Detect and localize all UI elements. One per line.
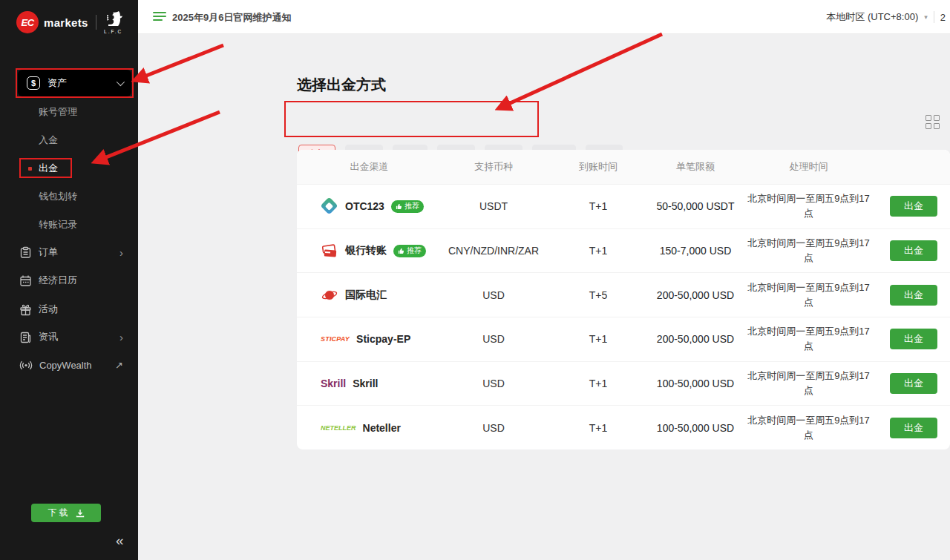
download-icon: [76, 509, 85, 518]
channel-cell: NETELLER Neteller: [297, 422, 442, 434]
withdraw-button[interactable]: 出金: [890, 240, 937, 261]
logo-divider: [96, 15, 96, 30]
sidebar-item-withdraw[interactable]: 出金: [39, 161, 58, 176]
channel-name: OTC123: [345, 200, 384, 212]
dollar-icon: $: [27, 76, 40, 90]
sidebar-item-orders[interactable]: 订单 ›: [19, 243, 123, 261]
withdraw-button[interactable]: 出金: [890, 373, 937, 394]
collapse-sidebar-icon[interactable]: «: [116, 533, 124, 549]
recommended-badge: 推荐: [393, 245, 426, 257]
otc123-logo-icon: [321, 197, 338, 215]
withdraw-button[interactable]: 出金: [890, 285, 937, 306]
recommended-badge: 推荐: [391, 200, 424, 213]
withdraw-button[interactable]: 出金: [890, 196, 937, 217]
currency-cell: USDT: [442, 200, 546, 212]
chevron-right-icon: ›: [119, 246, 123, 259]
currency-cell: USD: [442, 422, 546, 434]
sidebar-item-deposit[interactable]: 入金: [39, 133, 58, 148]
sidebar-withdraw-label: 出金: [39, 162, 58, 175]
sidebar-item-news[interactable]: 资讯 ›: [19, 328, 123, 346]
limit-cell: 50-50,000 USDT: [651, 200, 740, 212]
processing-cell: 北京时间周一至周五9点到17点: [745, 280, 873, 310]
broadcast-icon: [19, 359, 33, 372]
limit-cell: 100-50,000 USD: [651, 378, 740, 389]
header-currency: 支持币种: [442, 160, 546, 174]
brand-markets-text: markets: [44, 16, 88, 29]
header-arrival: 到账时间: [546, 160, 651, 174]
sidebar-item-activities[interactable]: 活动: [19, 300, 123, 318]
header-processing: 处理时间: [740, 160, 877, 174]
sidebar-assets-label: 资产: [48, 76, 67, 90]
neteller-logo: NETELLER: [321, 424, 356, 432]
limit-cell: 200-50,000 USD: [651, 289, 740, 301]
arrival-cell: T+1: [546, 378, 651, 389]
activities-label: 活动: [39, 303, 58, 316]
news-icon: [19, 331, 32, 343]
gift-icon: [19, 303, 32, 316]
processing-cell: 北京时间周一至周五9点到17点: [745, 413, 873, 443]
table-header-row: 出金渠道 支持币种 到账时间 单笔限额 处理时间: [297, 150, 950, 184]
channel-cell: OTC123 推荐: [297, 197, 442, 215]
sidebar-item-transfer-records[interactable]: 转账记录: [39, 217, 77, 232]
thumbs-up-icon: [396, 203, 402, 210]
currency-cell: USD: [442, 378, 546, 389]
clipboard-icon: [19, 246, 32, 259]
chevron-right-icon: ›: [119, 331, 123, 343]
wire-transfer-globe-icon: [321, 286, 338, 304]
download-label: 下载: [48, 507, 71, 519]
ec-markets-logo-icon: EC: [16, 11, 39, 33]
main-content: 选择出金方式 全部 CNY INR NZD USD USDT ZAR 出金渠道 …: [138, 34, 950, 560]
arrival-cell: T+1: [546, 245, 651, 257]
arrival-cell: T+1: [546, 333, 651, 345]
sticpay-logo: STICPAY: [321, 335, 350, 343]
limit-cell: 100-50,000 USD: [651, 422, 740, 434]
table-row: NETELLER Neteller USD T+1 100-50,000 USD…: [297, 405, 950, 449]
sidebar-item-wallet-transfer[interactable]: 钱包划转: [39, 189, 77, 204]
table-row: 银行转账 推荐 CNY/NZD/INR/ZAR T+1 150-7,000 US…: [297, 228, 950, 273]
thumbs-up-icon: [398, 248, 404, 254]
bank-transfer-logo-icon: [321, 242, 338, 260]
processing-cell: 北京时间周一至周五9点到17点: [745, 236, 873, 266]
timezone-selector[interactable]: 本地时区 (UTC+8:00): [826, 10, 918, 24]
channel-cell: STICPAY Sticpay-EP: [297, 333, 442, 345]
sidebar-item-economic-calendar[interactable]: 经济日历: [19, 271, 123, 289]
withdraw-methods-table: 出金渠道 支持币种 到账时间 单笔限额 处理时间 OTC123 推荐 USDT: [297, 150, 950, 449]
sidebar-item-assets[interactable]: $ 资产: [18, 70, 131, 96]
channel-cell: Skrill Skrill: [297, 378, 442, 389]
brand-logo: EC markets L.F.C: [16, 10, 123, 34]
channel-name: Skrill: [353, 378, 378, 389]
processing-cell: 北京时间周一至周五9点到17点: [745, 324, 873, 354]
withdraw-page: EC markets L.F.C $ 资产 账号管理 入金 出金 钱包划转 转账…: [0, 0, 950, 560]
withdraw-button[interactable]: 出金: [890, 418, 937, 438]
skrill-logo: Skrill: [321, 378, 346, 389]
topbar-divider: [934, 11, 934, 23]
page-title: 选择出金方式: [297, 75, 386, 95]
processing-cell: 北京时间周一至周五9点到17点: [745, 369, 873, 398]
table-row: 国际电汇 USD T+5 200-50,000 USD 北京时间周一至周五9点到…: [297, 272, 950, 317]
channel-name: Sticpay-EP: [356, 333, 410, 345]
economic-calendar-label: 经济日历: [39, 274, 77, 287]
calendar-icon: [19, 274, 32, 287]
download-button[interactable]: 下载: [31, 504, 101, 522]
limit-cell: 200-50,000 USD: [651, 333, 740, 345]
active-dot: [28, 167, 32, 171]
maintenance-notice-link[interactable]: 2025年9月6日官网维护通知: [172, 11, 291, 24]
withdraw-button[interactable]: 出金: [890, 329, 937, 349]
caret-down-icon: ▾: [924, 13, 928, 21]
notice-list-icon[interactable]: [153, 12, 166, 23]
external-link-icon: ↗: [115, 360, 123, 371]
grid-view-toggle-icon[interactable]: [926, 115, 940, 130]
copywealth-label: CopyWealth: [39, 360, 92, 371]
channel-cell: 国际电汇: [297, 286, 442, 304]
sidebar: EC markets L.F.C $ 资产 账号管理 入金 出金 钱包划转 转账…: [0, 0, 138, 560]
chevron-down-icon: [117, 78, 125, 86]
processing-cell: 北京时间周一至周五9点到17点: [745, 191, 873, 221]
topbar-right: 本地时区 (UTC+8:00) ▾ 2: [826, 0, 946, 34]
sidebar-item-copywealth[interactable]: CopyWealth ↗: [19, 356, 123, 374]
arrival-cell: T+1: [546, 422, 651, 434]
lfc-liverbird-icon: L.F.C: [104, 10, 123, 34]
table-row: Skrill Skrill USD T+1 100-50,000 USD 北京时…: [297, 361, 950, 406]
currency-cell: USD: [442, 289, 546, 301]
channel-name: 国际电汇: [345, 289, 387, 302]
sidebar-item-account-management[interactable]: 账号管理: [39, 105, 77, 119]
